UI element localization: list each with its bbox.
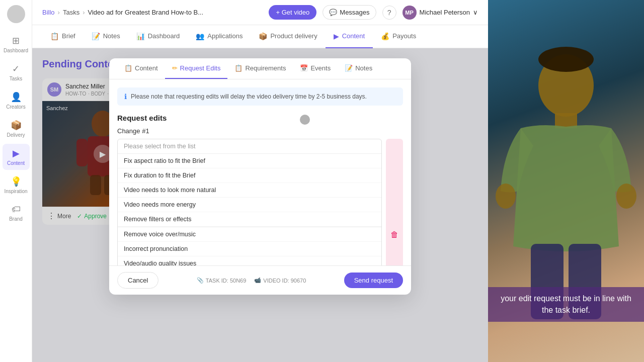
dropdown-option-placeholder[interactable]: Please select from the list bbox=[118, 139, 381, 154]
footer-meta: 📎 TASK ID: 50N69 📹 VIDEO ID: 90670 bbox=[165, 277, 338, 284]
requirements-tab-icon: 📋 bbox=[234, 64, 243, 72]
sidebar-item-brand[interactable]: 🏷 Brand bbox=[3, 200, 30, 226]
sidebar-item-delivery[interactable]: 📦 Delivery bbox=[3, 116, 30, 142]
topnav: Billo › Tasks › Video ad for Greatest Br… bbox=[32, 0, 488, 25]
sidebar: ⊞ Dashboard ✓ Tasks 👤 Creators 📦 Deliver… bbox=[0, 0, 32, 362]
task-id-meta: 📎 TASK ID: 50N69 bbox=[197, 277, 247, 284]
tab-payouts[interactable]: 💰 Payouts bbox=[373, 25, 424, 48]
task-icon: 📎 bbox=[197, 277, 204, 284]
modal-tab-events-label: Events bbox=[310, 64, 331, 72]
tab-payouts-label: Payouts bbox=[392, 32, 416, 40]
dropdown-option-6[interactable]: Remove voice over/music bbox=[118, 227, 381, 242]
dropdown-option-1[interactable]: Fix aspect ratio to fit the Brief bbox=[118, 154, 381, 168]
brand-icon: 🏷 bbox=[12, 204, 21, 215]
tab-dashboard[interactable]: 📊 Dashboard bbox=[128, 25, 188, 48]
content-icon: ▶ bbox=[13, 148, 20, 159]
modal-tab-request-edits[interactable]: ✏ Request Edits bbox=[165, 58, 228, 79]
info-icon: ℹ bbox=[124, 93, 127, 101]
request-edits-modal: 📋 Content ✏ Request Edits 📋 Requirements… bbox=[109, 58, 411, 295]
content-tab-modal-icon: 📋 bbox=[124, 64, 132, 72]
messages-button[interactable]: 💬 Messages bbox=[323, 5, 376, 20]
preview-subtitle: your edit request must be in line with t… bbox=[488, 287, 644, 322]
edit-type-dropdown[interactable]: Please select from the list Fix aspect r… bbox=[117, 139, 382, 265]
dropdown-row: Please select from the list Fix aspect r… bbox=[117, 139, 403, 265]
applications-tab-icon: 👥 bbox=[196, 32, 204, 40]
video-id-text: VIDEO ID: 90670 bbox=[263, 278, 306, 284]
modal-tab-requirements[interactable]: 📋 Requirements bbox=[227, 58, 293, 79]
dropdown-option-3[interactable]: Video needs to look more natural bbox=[118, 183, 381, 198]
svg-point-7 bbox=[538, 47, 594, 72]
tab-nav: 📋 Brief 📝 Notes 📊 Dashboard 👥 Applicatio… bbox=[32, 25, 488, 48]
cancel-button[interactable]: Cancel bbox=[117, 272, 158, 289]
sidebar-item-dashboard[interactable]: ⊞ Dashboard bbox=[3, 31, 30, 57]
sidebar-item-creators[interactable]: 👤 Creators bbox=[3, 87, 30, 114]
chevron-down-icon: ∨ bbox=[473, 9, 478, 16]
breadcrumb-app[interactable]: Billo bbox=[42, 9, 55, 16]
breadcrumb-sep2: › bbox=[83, 9, 85, 16]
sidebar-item-label: Brand bbox=[9, 216, 23, 222]
tab-notes[interactable]: 📝 Notes bbox=[84, 25, 128, 48]
messages-icon: 💬 bbox=[329, 9, 337, 16]
user-avatar: MP bbox=[403, 6, 417, 20]
preview-video-background: your edit request must be in line with t… bbox=[488, 0, 644, 362]
info-banner-text: Please note that requesting edits will d… bbox=[131, 93, 367, 100]
dashboard-tab-icon: 📊 bbox=[136, 32, 145, 40]
user-name: Michael Peterson bbox=[420, 9, 470, 16]
tab-content[interactable]: ▶ Content bbox=[326, 25, 373, 48]
dropdown-option-4[interactable]: Video needs more energy bbox=[118, 198, 381, 212]
dropdown-option-7[interactable]: Incorrect pronunciation bbox=[118, 242, 381, 256]
video-id-meta: 📹 VIDEO ID: 90670 bbox=[254, 277, 306, 284]
sidebar-item-content[interactable]: ▶ Content bbox=[3, 144, 30, 170]
tab-notes-label: Notes bbox=[103, 32, 120, 40]
preview-person-svg bbox=[496, 35, 636, 327]
modal-tab-notes-label: Notes bbox=[355, 64, 372, 72]
main-area: Billo › Tasks › Video ad for Greatest Br… bbox=[32, 0, 488, 362]
tab-content-label: Content bbox=[342, 32, 365, 40]
content-tab-icon: ▶ bbox=[334, 32, 339, 40]
tab-brief[interactable]: 📋 Brief bbox=[42, 25, 84, 48]
modal-footer: Cancel 📎 TASK ID: 50N69 📹 VIDEO ID: 9067… bbox=[109, 265, 411, 295]
sidebar-item-label: Delivery bbox=[7, 132, 25, 138]
sidebar-item-label: Dashboard bbox=[4, 48, 28, 53]
task-id-text: TASK ID: 50N69 bbox=[206, 278, 247, 284]
page-content: Pending Content SM Sanchez Miller HOW-TO… bbox=[32, 48, 488, 362]
video-icon: 📹 bbox=[254, 277, 261, 284]
tab-product-delivery-label: Product delivery bbox=[270, 32, 317, 40]
notes-tab-icon: 📝 bbox=[92, 32, 100, 40]
events-tab-icon: 📅 bbox=[300, 64, 308, 72]
breadcrumb-current: Video ad for Greatest Brand How-to B... bbox=[88, 9, 204, 16]
get-video-button[interactable]: + Get video bbox=[269, 5, 316, 20]
modal-tabs: 📋 Content ✏ Request Edits 📋 Requirements… bbox=[109, 58, 411, 79]
help-button[interactable]: ? bbox=[382, 6, 396, 20]
change-label: Change #1 bbox=[117, 127, 403, 135]
modal-tab-content[interactable]: 📋 Content bbox=[117, 58, 165, 79]
tab-dashboard-label: Dashboard bbox=[148, 32, 180, 40]
user-initials: MP bbox=[405, 10, 414, 16]
app-logo[interactable] bbox=[7, 5, 25, 23]
dropdown-option-5[interactable]: Remove filters or effects bbox=[118, 212, 381, 227]
tab-brief-label: Brief bbox=[62, 32, 75, 40]
sidebar-item-inspiration[interactable]: 💡 Inspiration bbox=[3, 172, 30, 198]
send-request-button[interactable]: Send request bbox=[344, 273, 403, 288]
trash-icon: 🗑 bbox=[390, 230, 398, 239]
modal-tab-notes[interactable]: 📝 Notes bbox=[338, 58, 379, 79]
tab-applications-label: Applications bbox=[207, 32, 243, 40]
sidebar-item-tasks[interactable]: ✓ Tasks bbox=[3, 59, 30, 85]
user-badge[interactable]: MP Michael Peterson ∨ bbox=[403, 6, 478, 20]
modal-tab-events[interactable]: 📅 Events bbox=[293, 58, 338, 79]
dropdown-option-8[interactable]: Video/audio quality issues bbox=[118, 256, 381, 265]
dashboard-icon: ⊞ bbox=[12, 35, 20, 46]
breadcrumb-parent[interactable]: Tasks bbox=[63, 9, 79, 16]
tab-applications[interactable]: 👥 Applications bbox=[188, 25, 251, 48]
delivery-icon: 📦 bbox=[11, 120, 22, 131]
svg-point-9 bbox=[496, 184, 516, 209]
sidebar-item-label: Tasks bbox=[10, 76, 23, 81]
sidebar-item-label: Creators bbox=[6, 104, 25, 110]
get-video-label: + Get video bbox=[276, 9, 309, 16]
creators-icon: 👤 bbox=[11, 92, 22, 103]
payouts-tab-icon: 💰 bbox=[381, 32, 389, 40]
delete-change-button[interactable]: 🗑 bbox=[386, 139, 403, 265]
tab-product-delivery[interactable]: 📦 Product delivery bbox=[251, 25, 325, 48]
breadcrumb: Billo › Tasks › Video ad for Greatest Br… bbox=[42, 9, 203, 16]
dropdown-option-2[interactable]: Fix duration to fit the Brief bbox=[118, 168, 381, 183]
